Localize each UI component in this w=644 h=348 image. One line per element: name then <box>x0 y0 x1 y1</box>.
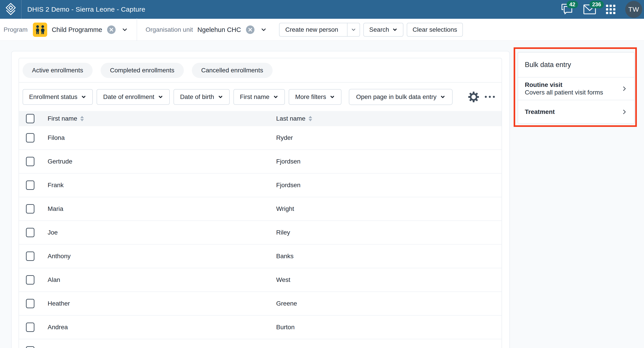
row-checkbox[interactable] <box>26 346 34 348</box>
chevron-down-icon <box>440 94 446 100</box>
row-checkbox[interactable] <box>26 180 34 190</box>
tab-active-enrollments[interactable]: Active enrollments <box>22 63 92 78</box>
open-bulk-data-entry-label: Open page in bulk data entry <box>356 93 436 101</box>
chevron-down-icon <box>273 94 278 100</box>
filter-label: Enrollment status <box>29 93 77 101</box>
cell-last-name: Banks <box>276 253 502 260</box>
messages-badge: 42 <box>567 1 578 8</box>
create-new-person-chevron-button[interactable] <box>347 23 360 36</box>
table-row[interactable]: Maria Wright <box>19 197 502 221</box>
cell-last-name: Fjordsen <box>276 181 502 189</box>
chevron-down-icon <box>330 94 335 100</box>
cell-first-name: Anthony <box>48 253 276 260</box>
filter-date-of-birth[interactable]: Date of birth <box>174 89 230 105</box>
dhis2-logo-icon <box>5 3 16 16</box>
cell-last-name: Ryder <box>276 134 502 141</box>
cell-first-name: Heather <box>48 300 276 307</box>
enrollment-tabs: Active enrollments Completed enrollments… <box>19 58 502 83</box>
table-row[interactable]: Joe Riley <box>19 221 502 245</box>
sort-first-name-button[interactable] <box>80 116 84 121</box>
filter-first-name[interactable]: First name <box>234 89 285 105</box>
mail-button[interactable]: 236 <box>583 3 596 16</box>
orgunit-label: Organisation unit <box>146 26 193 33</box>
row-checkbox[interactable] <box>26 133 34 143</box>
chevron-down-icon <box>81 94 86 100</box>
filter-label: Date of enrollment <box>103 93 154 101</box>
orgunit-value[interactable]: Ngelehun CHC <box>198 26 241 33</box>
clear-selections-button[interactable]: Clear selections <box>407 23 463 37</box>
bulk-item-routine-visit[interactable]: Routine visit Covers all patient visit f… <box>518 77 634 100</box>
row-checkbox[interactable] <box>26 157 34 166</box>
program-label: Program <box>4 26 28 33</box>
cell-first-name: Joe <box>48 229 276 236</box>
bulk-panel-title: Bulk data entry <box>518 52 634 77</box>
chevron-right-icon <box>621 86 628 92</box>
main-content: Active enrollments Completed enrollments… <box>0 41 644 348</box>
search-button[interactable]: Search <box>363 23 404 37</box>
sort-last-name-button[interactable] <box>308 116 312 121</box>
header-bar: DHIS 2 Demo - Sierra Leone - Capture 42 … <box>0 0 644 19</box>
clear-selections-label: Clear selections <box>412 26 457 33</box>
filter-label: More filters <box>295 93 326 101</box>
program-value[interactable]: Child Programme <box>52 26 102 33</box>
row-checkbox[interactable] <box>26 275 34 285</box>
program-clear-button[interactable] <box>107 25 116 34</box>
chevron-down-icon <box>392 27 398 32</box>
filter-more-filters[interactable]: More filters <box>289 89 342 105</box>
bulk-item-treatment[interactable]: Treatment <box>518 100 634 124</box>
table-row-partial[interactable] <box>19 339 502 348</box>
apps-menu-button[interactable] <box>606 5 616 14</box>
table-row[interactable]: Alan West <box>19 268 502 292</box>
tab-cancelled-enrollments[interactable]: Cancelled enrollments <box>192 63 272 78</box>
filter-label: First name <box>240 93 270 101</box>
child-programme-icon <box>33 22 47 37</box>
cell-last-name: West <box>276 276 502 283</box>
cell-first-name: Frank <box>48 181 276 189</box>
table-row[interactable]: Andrea Burton <box>19 316 502 339</box>
more-options-button[interactable] <box>485 96 495 98</box>
context-selection-bar: Program Child Programme Organisation uni… <box>0 19 644 41</box>
table-row[interactable]: Gertrude Fjordsen <box>19 150 502 174</box>
filter-date-of-enrollment[interactable]: Date of enrollment <box>96 89 170 105</box>
header-actions: 42 236 TW <box>560 1 644 18</box>
row-checkbox[interactable] <box>26 299 34 308</box>
context-divider <box>137 18 137 41</box>
row-checkbox[interactable] <box>26 251 34 261</box>
create-new-person-button[interactable]: Create new person <box>280 23 344 36</box>
cell-first-name: Andrea <box>48 324 276 331</box>
open-bulk-data-entry-button[interactable]: Open page in bulk data entry <box>349 89 452 105</box>
chevron-right-icon <box>621 109 628 115</box>
settings-gear-button[interactable] <box>468 92 479 102</box>
cell-last-name: Greene <box>276 300 502 307</box>
table-row[interactable]: Filona Ryder <box>19 126 502 150</box>
chevron-down-icon <box>218 94 223 100</box>
bulk-item-title: Treatment <box>525 108 555 116</box>
context-actions: Create new person Search Clear selection… <box>279 23 463 37</box>
cell-last-name: Fjordsen <box>276 158 502 165</box>
cell-last-name: Burton <box>276 324 502 331</box>
row-checkbox[interactable] <box>26 323 34 332</box>
dhis2-logo[interactable] <box>0 0 22 19</box>
list-tools <box>468 92 498 102</box>
filters-row: Enrollment status Date of enrollment Dat… <box>19 83 502 111</box>
row-checkbox[interactable] <box>26 228 34 237</box>
program-chevron-down-icon[interactable] <box>122 26 128 33</box>
table-header: First name Last name <box>19 111 502 126</box>
table-row[interactable]: Anthony Banks <box>19 245 502 268</box>
app-title: DHIS 2 Demo - Sierra Leone - Capture <box>27 5 145 13</box>
table-row[interactable]: Frank Fjordsen <box>19 174 502 197</box>
select-all-checkbox[interactable] <box>26 114 34 123</box>
search-button-label: Search <box>369 26 389 33</box>
working-list-card: Active enrollments Completed enrollments… <box>11 51 510 348</box>
column-header-first-name: First name <box>48 115 77 122</box>
messages-button[interactable]: 42 <box>560 3 573 16</box>
table-row[interactable]: Heather Greene <box>19 292 502 316</box>
filter-enrollment-status[interactable]: Enrollment status <box>22 89 93 105</box>
orgunit-chevron-down-icon[interactable] <box>260 26 267 33</box>
orgunit-clear-button[interactable] <box>246 25 254 34</box>
filter-label: Date of birth <box>180 93 214 101</box>
row-checkbox[interactable] <box>26 204 34 213</box>
user-avatar[interactable]: TW <box>625 1 642 18</box>
tab-completed-enrollments[interactable]: Completed enrollments <box>100 63 184 78</box>
cell-first-name: Alan <box>48 276 276 283</box>
